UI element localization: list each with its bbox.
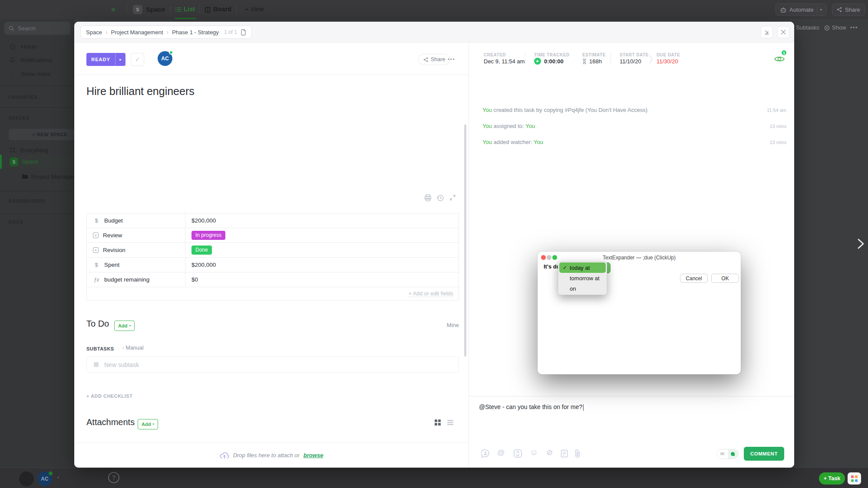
share-button-topbar[interactable]: Share [832, 3, 865, 16]
new-space-button[interactable]: + NEW SPACE [9, 129, 74, 140]
chevron-down-icon[interactable]: ▾ [57, 475, 59, 480]
field-label: Budget [104, 217, 123, 224]
history-icon[interactable] [437, 194, 444, 202]
assign-comment-icon[interactable] [481, 449, 490, 458]
share-task-button[interactable]: Share [418, 54, 450, 65]
todo-filter-mine[interactable]: Mine [447, 322, 459, 328]
field-value[interactable]: $200,000 [191, 262, 216, 268]
time-tracked-value[interactable]: 0:00:00 [544, 58, 564, 65]
field-value[interactable]: $0 [191, 276, 198, 283]
expand-icon[interactable] [449, 194, 456, 201]
comment-type-toggle[interactable]: ✉ [716, 449, 739, 459]
comment-draft[interactable]: @Steve - can you take this on for me? [479, 403, 584, 411]
activity-actor[interactable]: You [482, 107, 492, 113]
add-or-edit-fields-link[interactable]: + Add or edit fields [409, 291, 453, 297]
activity-actor[interactable]: You [482, 123, 492, 129]
task-more-menu[interactable]: ••• [448, 56, 455, 62]
attachments-add-button[interactable]: Add ▾ [138, 419, 158, 429]
more-menu[interactable]: ••• [850, 24, 858, 31]
chevron-down-icon[interactable]: ▾ [820, 8, 822, 12]
tab-board[interactable]: Board [213, 6, 231, 13]
subtasks-sort[interactable]: ↑ Manual [122, 345, 144, 351]
activity-actor[interactable]: You [482, 139, 492, 145]
cancel-button[interactable]: Cancel [680, 274, 708, 283]
apps-grid-button[interactable] [848, 472, 861, 485]
sidebar-item-project-management[interactable]: Project Management [0, 171, 74, 182]
favorites-header[interactable]: FAVORITES [9, 95, 38, 100]
search-input[interactable] [18, 25, 61, 32]
next-panel-chevron[interactable] [855, 237, 866, 251]
sidebar-item-show-more[interactable]: ↓ Show more [0, 68, 74, 79]
tab-space[interactable]: Space [146, 6, 165, 13]
watch-eye-icon[interactable] [774, 55, 785, 63]
estimate-value[interactable]: 168h [589, 58, 602, 65]
status-badge[interactable]: In progress [191, 231, 225, 240]
list-view-icon[interactable] [447, 419, 453, 426]
sidebar-item-notifications[interactable]: Notifications [0, 54, 74, 66]
field-row-review[interactable]: ▾Review In progress [87, 228, 459, 243]
breadcrumb-folder[interactable]: Project Management [111, 29, 163, 36]
notepad-icon[interactable] [561, 449, 568, 458]
add-checklist-button[interactable]: + ADD CHECKLIST [86, 393, 132, 399]
email-mode-icon[interactable]: ✉ [717, 449, 728, 459]
minimize-button[interactable] [761, 26, 773, 38]
divider [525, 52, 525, 64]
todo-add-button[interactable]: Add ▾ [114, 321, 135, 331]
dashboards-header[interactable]: DASHBOARDS [9, 198, 45, 203]
field-row-budget-remaining[interactable]: ƒxbudget remaining $0 [87, 272, 459, 287]
help-button[interactable]: ? [108, 472, 119, 483]
chat-mode-icon[interactable] [728, 449, 738, 459]
menu-option-on[interactable]: on [559, 283, 606, 294]
field-row-revision[interactable]: ▾Revision Done [87, 243, 459, 258]
field-value[interactable]: $200,000 [191, 217, 216, 224]
sidebar-item-everything[interactable]: Everything [0, 144, 74, 156]
activity-target[interactable]: You [525, 123, 535, 129]
sidebar-item-home[interactable]: Home [0, 41, 74, 52]
spaces-header[interactable]: SPACES [9, 115, 30, 121]
divider [236, 5, 237, 14]
slash-command-icon[interactable]: ⊘ [546, 448, 553, 457]
field-row-budget[interactable]: $Budget $200,000 [87, 213, 459, 228]
collapse-sidebar-icon[interactable]: « [111, 5, 116, 14]
new-subtask-input[interactable] [104, 361, 408, 368]
sidebar-item-space-selected[interactable]: S Space [0, 155, 74, 169]
tab-list[interactable]: List [184, 6, 195, 13]
grid-view-icon[interactable] [435, 419, 441, 426]
file-dropzone[interactable]: Drop files here to attach or browse [74, 442, 469, 468]
comment-submit-button[interactable]: COMMENT [744, 447, 784, 461]
field-row-spent[interactable]: $Spent $200,000 [87, 258, 459, 272]
start-date-value[interactable]: 11/10/20 [620, 58, 641, 65]
mention-icon[interactable]: @ [497, 449, 505, 457]
menu-option-tomorrow-at[interactable]: tomorrow at [559, 273, 606, 283]
close-button[interactable] [777, 26, 789, 38]
tab-add-view[interactable]: + View [245, 6, 264, 13]
avatar-photo[interactable] [19, 472, 34, 486]
search-box[interactable] [4, 22, 70, 35]
complete-task-button[interactable]: ✓ [131, 53, 144, 66]
browse-link[interactable]: browse [304, 452, 323, 459]
menu-option-today-at[interactable]: ✓ today at [559, 262, 606, 273]
subtasks-toggle[interactable]: Subtasks [796, 24, 819, 31]
print-icon[interactable] [424, 194, 432, 201]
play-timer-icon[interactable]: ▶ [534, 58, 541, 65]
due-date-value[interactable]: 11/30/20 [657, 58, 678, 65]
breadcrumb-space[interactable]: Space [86, 29, 102, 36]
task-link-icon[interactable] [514, 449, 522, 458]
ok-button[interactable]: OK [711, 274, 739, 283]
breadcrumb-list[interactable]: Phase 1 - Strategy [172, 29, 219, 36]
assignee-avatar[interactable]: AC [158, 51, 172, 66]
docs-header[interactable]: DOCS [9, 219, 23, 225]
next-status-button[interactable]: ▸ [115, 53, 125, 66]
emoji-icon[interactable]: ☺ [530, 448, 538, 457]
status-button[interactable]: READY [86, 53, 115, 66]
status-badge[interactable]: Done [191, 246, 212, 255]
new-subtask-row[interactable] [86, 357, 459, 373]
add-task-button[interactable]: + Task [819, 472, 845, 485]
scrollbar-thumb[interactable] [464, 124, 466, 357]
task-title[interactable]: Hire brilliant engineers [86, 85, 195, 98]
automate-button[interactable]: Automate ▾ [776, 3, 827, 16]
show-toggle[interactable]: Show [832, 24, 846, 31]
activity-target[interactable]: You [534, 139, 543, 145]
copy-link-icon[interactable] [241, 29, 246, 36]
attach-file-icon[interactable] [574, 449, 581, 458]
